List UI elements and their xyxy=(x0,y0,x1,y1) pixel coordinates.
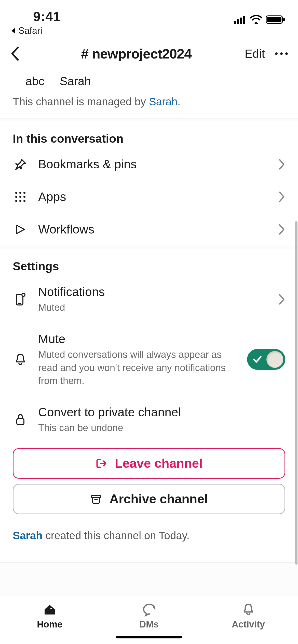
svg-point-21 xyxy=(50,608,52,609)
svg-rect-0 xyxy=(234,21,236,24)
chevron-right-icon xyxy=(279,294,285,305)
svg-rect-2 xyxy=(240,18,242,24)
svg-point-11 xyxy=(19,196,21,198)
svg-point-10 xyxy=(15,196,17,198)
apps-label: Apps xyxy=(38,189,262,204)
nav-header: # newproject2024 Edit xyxy=(0,39,298,69)
back-icon[interactable] xyxy=(10,46,20,61)
status-indicators xyxy=(234,15,285,24)
tab-home[interactable]: Home xyxy=(1,602,99,630)
wifi-icon xyxy=(250,15,262,24)
convert-sub: This can be undone xyxy=(38,421,247,434)
mute-label: Mute xyxy=(38,331,237,347)
settings-section-title: Settings xyxy=(0,259,298,276)
mute-row: Mute Muted conversations will always app… xyxy=(0,323,298,396)
svg-rect-1 xyxy=(237,19,239,24)
notifications-row[interactable]: Notifications Muted xyxy=(0,276,298,323)
activity-bell-icon xyxy=(241,602,255,617)
member-name: Sarah xyxy=(60,74,91,88)
play-icon xyxy=(15,224,26,235)
tab-home-label: Home xyxy=(37,619,62,630)
leave-label: Leave channel xyxy=(115,456,203,471)
mute-sub: Muted conversations will always appear a… xyxy=(38,348,237,387)
svg-point-7 xyxy=(15,192,17,194)
home-indicator[interactable] xyxy=(116,636,182,638)
owner-link[interactable]: Sarah xyxy=(149,96,178,108)
tab-dms-label: DMs xyxy=(139,619,159,630)
workflows-row[interactable]: Workflows xyxy=(0,213,298,246)
home-icon xyxy=(43,602,57,617)
settings-section: Settings Notifications Muted Mute Muted … xyxy=(0,249,298,563)
more-button[interactable] xyxy=(275,52,288,55)
svg-point-15 xyxy=(23,200,25,202)
bell-icon xyxy=(14,353,26,366)
member-initials: abc xyxy=(25,74,44,88)
creator-link[interactable]: Sarah xyxy=(13,530,43,541)
notifications-label: Notifications xyxy=(38,284,262,300)
managed-by-text: This channel is managed by Sarah. xyxy=(13,96,285,108)
tab-dms[interactable]: DMs xyxy=(100,602,198,630)
workflows-label: Workflows xyxy=(38,222,262,237)
battery-icon xyxy=(266,15,285,24)
mute-toggle[interactable] xyxy=(247,349,285,370)
status-bar: 9:41 xyxy=(0,0,298,25)
svg-point-8 xyxy=(19,192,21,194)
channel-info-header: abc Sarah This channel is managed by Sar… xyxy=(0,69,298,119)
toggle-knob xyxy=(266,351,283,368)
leave-channel-button[interactable]: Leave channel xyxy=(13,448,285,479)
pin-icon xyxy=(14,158,26,170)
svg-point-17 xyxy=(22,293,25,296)
chevron-right-icon xyxy=(279,159,285,170)
chevron-right-icon xyxy=(279,191,285,202)
notifications-sub: Muted xyxy=(38,301,247,314)
svg-point-9 xyxy=(23,192,25,194)
apps-grid-icon xyxy=(15,191,26,202)
conversation-section-title: In this conversation xyxy=(0,132,298,148)
breadcrumb-label: Safari xyxy=(18,25,42,36)
svg-rect-3 xyxy=(243,16,245,24)
archive-label: Archive channel xyxy=(110,492,208,506)
archive-channel-button[interactable]: Archive channel xyxy=(13,484,285,514)
svg-point-12 xyxy=(23,196,25,198)
channel-title: # newproject2024 xyxy=(41,46,232,62)
check-icon xyxy=(253,355,262,364)
phone-notification-icon xyxy=(15,293,26,306)
tab-activity[interactable]: Activity xyxy=(199,602,297,630)
channel-created-note: Sarah created this channel on Today. xyxy=(0,519,298,557)
back-triangle-icon xyxy=(10,27,17,34)
tab-activity-label: Activity xyxy=(232,619,265,630)
apps-row[interactable]: Apps xyxy=(0,181,298,213)
lock-icon xyxy=(15,413,26,426)
svg-rect-19 xyxy=(17,419,24,425)
svg-rect-6 xyxy=(283,18,285,21)
convert-label: Convert to private channel xyxy=(38,405,285,420)
leave-icon xyxy=(96,458,107,469)
back-to-app[interactable]: Safari xyxy=(0,25,298,39)
bookmarks-row[interactable]: Bookmarks & pins xyxy=(0,148,298,181)
status-time: 9:41 xyxy=(33,9,61,24)
edit-button[interactable]: Edit xyxy=(245,47,265,61)
svg-point-14 xyxy=(19,200,21,202)
bookmarks-label: Bookmarks & pins xyxy=(38,157,262,172)
dms-icon xyxy=(141,602,157,617)
svg-point-13 xyxy=(15,200,17,202)
convert-private-row[interactable]: Convert to private channel This can be u… xyxy=(0,396,298,443)
cellular-icon xyxy=(234,15,247,24)
conversation-section: In this conversation Bookmarks & pins Ap… xyxy=(0,122,298,246)
members-row: abc Sarah xyxy=(13,74,285,96)
scroll-indicator[interactable] xyxy=(295,221,297,565)
archive-icon xyxy=(90,493,102,505)
svg-rect-5 xyxy=(267,17,281,22)
chevron-right-icon xyxy=(279,224,285,235)
